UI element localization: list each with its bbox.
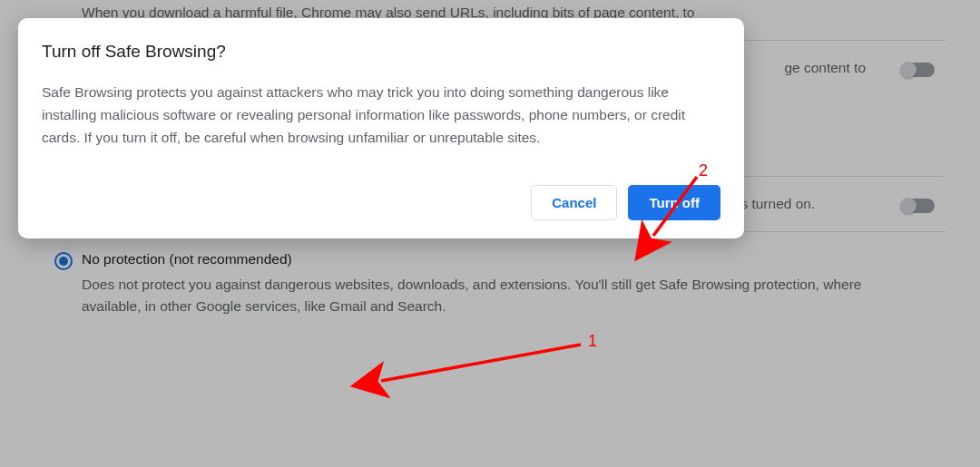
dialog-title: Turn off Safe Browsing?	[42, 42, 720, 62]
dialog-body: Safe Browsing protects you against attac…	[42, 82, 720, 149]
turn-off-safe-browsing-dialog: Turn off Safe Browsing? Safe Browsing pr…	[18, 18, 744, 238]
dialog-actions: Cancel Turn off	[42, 185, 720, 220]
turn-off-button[interactable]: Turn off	[628, 185, 720, 220]
cancel-button[interactable]: Cancel	[531, 185, 617, 220]
